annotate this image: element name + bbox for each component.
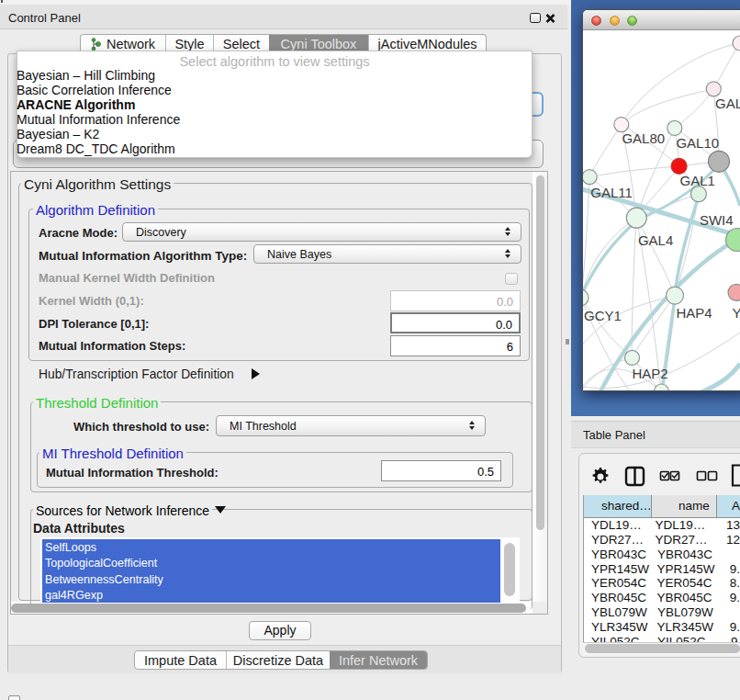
svg-text:HAP2: HAP2 <box>633 366 668 381</box>
svg-text:HAP4: HAP4 <box>676 305 712 321</box>
svg-text:GAL80: GAL80 <box>622 130 665 146</box>
svg-text:GAL1: GAL1 <box>680 173 715 188</box>
svg-text:GAL10: GAL10 <box>676 135 719 151</box>
svg-text:GAL4: GAL4 <box>638 232 673 248</box>
svg-text:GAL2: GAL2 <box>715 96 740 111</box>
svg-text:SWI4: SWI4 <box>700 212 734 228</box>
svg-text:YP: YP <box>733 305 740 321</box>
svg-text:GAL11: GAL11 <box>590 185 633 200</box>
svg-text:GCY1: GCY1 <box>584 308 622 323</box>
